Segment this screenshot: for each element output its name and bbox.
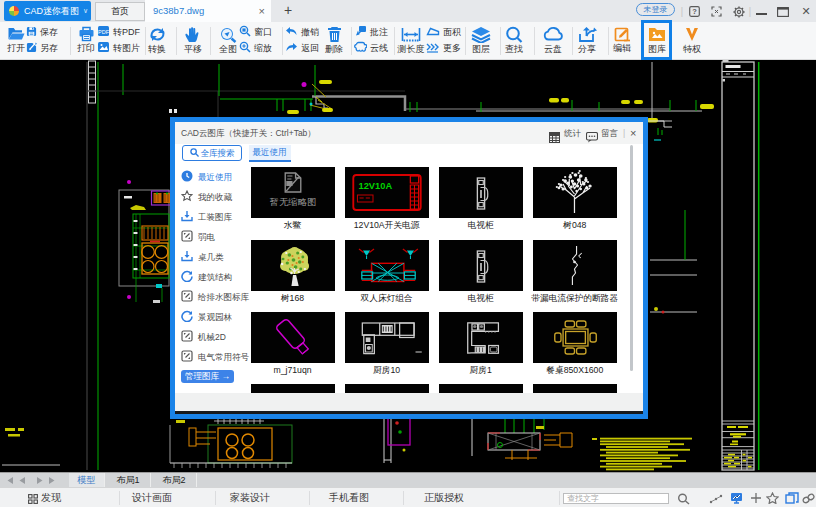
svg-text:PDF: PDF	[98, 29, 110, 35]
svg-text:暂无缩略图: 暂无缩略图	[269, 197, 316, 207]
svg-text:12V10A: 12V10A	[358, 181, 392, 191]
svg-text:?: ?	[692, 7, 697, 16]
